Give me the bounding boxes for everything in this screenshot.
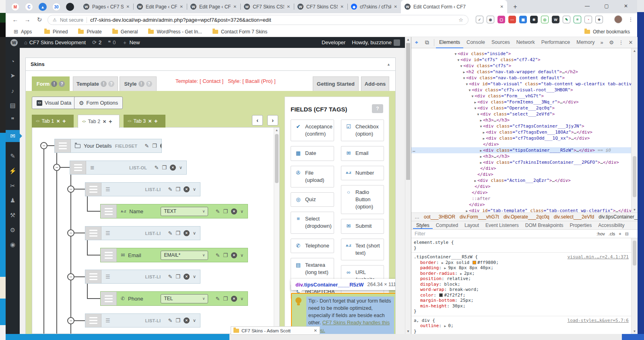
drag-handle[interactable] [70, 161, 86, 174]
edit-icon[interactable]: ✎ [168, 230, 172, 236]
delete-icon[interactable]: ✕ [231, 252, 237, 258]
bookmark-star-icon[interactable]: ☆ [458, 17, 463, 23]
new-content-menu[interactable]: ＋New [122, 39, 140, 46]
style-property[interactable]: color: #2f2f2f; [411, 293, 638, 298]
edit-icon[interactable]: ✎ [154, 165, 159, 171]
browser-menu-icon[interactable]: ⋮ [627, 15, 634, 24]
updates-menu[interactable]: ⟳2 [92, 39, 101, 45]
filter-toggle-[interactable]: + [619, 231, 621, 236]
edit-icon[interactable]: ✎ [168, 317, 172, 324]
extension-eyedropper-icon[interactable]: ✎ [563, 16, 570, 23]
expand-arrow-icon[interactable]: ▼ [473, 105, 477, 111]
style-property[interactable]: word-wrap: break-word; [411, 287, 638, 293]
delete-icon[interactable]: ✕ [160, 143, 161, 149]
field-button-checkbox[interactable]: ☑Checkbox (option) [341, 120, 384, 141]
drag-handle[interactable] [55, 139, 71, 152]
expand-arrow-icon[interactable]: ▶ [473, 178, 477, 184]
warning-badge[interactable]: ! [101, 81, 107, 87]
tab-close-icon[interactable]: ✕ [103, 119, 106, 124]
expand-arrow-icon[interactable]: ▼ [459, 63, 463, 69]
scrollbar-thumb[interactable] [633, 156, 636, 197]
sidebar-item-cf7-skins-plugin[interactable]: ◉ [6, 239, 20, 251]
chevron-down-icon[interactable]: ∨ [193, 231, 196, 236]
expand-arrow-icon[interactable]: ▶ [460, 272, 464, 276]
scroll-up-icon[interactable]: ▲ [405, 38, 411, 41]
wordpress-logo-icon[interactable]: W [10, 39, 18, 46]
styles-scrollbar[interactable]: ▼ [631, 238, 638, 334]
extension-blue-window-icon[interactable]: ▣ [519, 16, 527, 23]
window-close-icon[interactable]: ✕ [618, 0, 634, 12]
address-bar[interactable]: ⚠ Not secure cf7-skins-dev.local/wp-admi… [47, 15, 469, 25]
browser-tab[interactable]: WEdit Contact Form ‹ CF7✕ [401, 0, 507, 13]
expand-arrow-icon[interactable]: ▼ [471, 93, 475, 99]
cf7-skins-ready-link[interactable]: CF7 Skins Ready handles this for you. [308, 320, 390, 333]
dom-tree-line[interactable]: ▶<div class="cf7skinsItemsContainer___2P… [411, 159, 638, 165]
tab-add-icon[interactable]: + [109, 118, 112, 125]
dom-tree-line[interactable]: ▶<div class="Action___2qEzr">…</div> [411, 177, 638, 183]
style-property[interactable]: border: ▶ 2px solid #ff9800; [411, 260, 638, 266]
expand-arrow-icon[interactable]: ▶ [482, 130, 486, 136]
edit-icon[interactable]: ✎ [215, 252, 220, 258]
comments-menu[interactable]: ❝0 [108, 39, 116, 45]
extension-history-clock-icon[interactable]: ◔ [584, 16, 592, 23]
scroll-down-icon[interactable]: ▼ [405, 330, 411, 333]
chevron-down-icon[interactable]: ∨ [179, 165, 182, 170]
scroll-down-icon[interactable]: ▼ [632, 208, 638, 212]
edit-icon[interactable]: ✎ [215, 296, 220, 302]
pinned-tab-arc-app[interactable]: C [25, 3, 33, 11]
skins-metabox-header[interactable]: Skins ▲ [25, 58, 396, 71]
delete-icon[interactable]: ✕ [184, 230, 190, 236]
pinned-tab-github[interactable] [66, 3, 74, 11]
scroll-up-icon[interactable]: ▲ [632, 49, 638, 53]
edit-icon[interactable]: ✎ [215, 208, 220, 214]
pinned-tab-calendar[interactable]: 30 [52, 3, 60, 11]
collapse-caret-icon[interactable]: ▲ [387, 62, 390, 66]
chevron-down-icon[interactable]: ∨ [240, 253, 244, 258]
tab-pager-next[interactable]: › [267, 115, 278, 126]
style-property[interactable]: display: block; [411, 282, 638, 287]
sidebar-tab-computed[interactable]: Computed [433, 222, 461, 229]
chevron-down-icon[interactable]: ∨ [240, 209, 244, 214]
duplicate-icon[interactable]: ❐ [223, 208, 228, 214]
devtools-menu-icon[interactable]: ⋮ [617, 39, 625, 45]
sidebar-tab-styles[interactable]: Styles [413, 222, 433, 229]
apps-shortcut[interactable]: ⊞ Apps [14, 26, 32, 37]
dom-tree-line[interactable]: ▶<div class="cf7tagsEven___18OAz">…</div… [411, 129, 638, 135]
browser-tab[interactable]: WEdit Page ‹ CF7 Skins Tea✕ [133, 0, 187, 13]
color-swatch[interactable] [473, 261, 476, 264]
extension-dark-snowflake-icon[interactable]: ✻ [530, 16, 538, 23]
devtools-tab-network[interactable]: Network [513, 37, 538, 48]
expand-arrow-icon[interactable]: ▶ [465, 208, 469, 212]
extension-wordpress-ext-icon[interactable]: W [552, 16, 559, 23]
dom-tree-line[interactable]: ▼<div class="cf7s-visual-root___3HBOR"> [411, 87, 638, 93]
field-button-acceptance[interactable]: ✔Acceptance (confirm) [291, 120, 334, 141]
new-tab-button[interactable]: + [510, 2, 520, 11]
breadcrumb-item[interactable]: div.tipsContainer___R5zW [599, 214, 638, 220]
bookmark-folder[interactable]: WordPress - Get In... [148, 29, 202, 35]
delete-icon[interactable]: ✕ [184, 274, 190, 280]
sidebar-tab-accessibility[interactable]: Accessibility [595, 222, 627, 229]
window-maximize-icon[interactable]: ▢ [599, 0, 614, 12]
breadcrumb-item[interactable]: oot___3HBOR [424, 214, 455, 220]
style-property[interactable]: min-height: 30px; [411, 303, 638, 309]
devtools-tab-console[interactable]: Console [463, 37, 488, 48]
field-type-select[interactable]: TEL∨ [161, 294, 208, 303]
drag-handle[interactable] [85, 270, 101, 283]
field-button-text[interactable]: A-ZText (short text) [341, 239, 384, 260]
dom-tree-line[interactable]: ▼<div class="Operate___2qc0q"> [411, 105, 638, 111]
sidebar-item-settings[interactable]: ⚙ [6, 224, 20, 236]
sidebar-item-users[interactable]: ♟ [6, 194, 20, 206]
expand-arrow-icon[interactable]: ▶ [442, 261, 446, 265]
field-type-select[interactable]: TEXT∨ [161, 207, 208, 216]
dom-tree-line[interactable]: ▼<div class="inside"> [411, 51, 638, 57]
dom-tree-line[interactable]: </div> [411, 141, 638, 147]
tab-style[interactable]: Style!? [120, 76, 157, 91]
expand-arrow-icon[interactable]: ▶ [479, 154, 483, 160]
rule-selector[interactable]: element.style [414, 240, 448, 245]
fields-help-button[interactable]: ? [372, 104, 383, 113]
page-scrollbar[interactable]: ▲ ▼ [405, 37, 411, 334]
tab-add-ons[interactable]: Add-ons [361, 76, 389, 91]
expand-arrow-icon[interactable]: ▼ [468, 87, 472, 93]
dom-tree-line[interactable]: ▼<div class="cf7tagsContainer___3jyJN"> [411, 123, 638, 129]
delete-icon[interactable]: ✕ [231, 208, 237, 214]
